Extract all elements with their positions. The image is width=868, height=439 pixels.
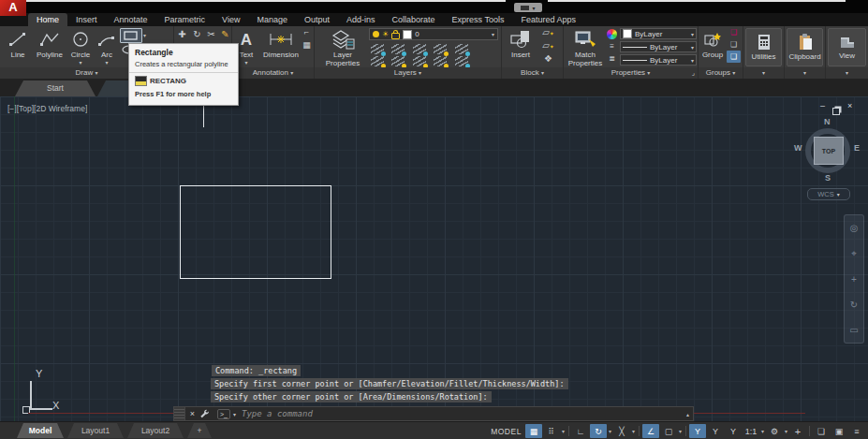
command-input-placeholder[interactable]: Type a command [242, 409, 313, 418]
rectangle-flyout-caret[interactable]: ▾ [143, 32, 146, 38]
object-snap-icon[interactable]: ▢ [660, 424, 677, 438]
layout1-tab[interactable]: Layout1 [67, 423, 124, 438]
annotation-scale-value[interactable]: 1:1 [743, 424, 759, 438]
panel-label-utilities[interactable]: ▾ [743, 67, 784, 79]
tab-add-ins[interactable]: Add-ins [338, 13, 384, 26]
layer-tool-icon[interactable] [413, 44, 426, 54]
layer-tool-icon[interactable] [455, 56, 468, 66]
arc-button[interactable]: Arc ▾ [96, 28, 118, 67]
tab-express-tools[interactable]: Express Tools [444, 13, 513, 26]
viewcube-top-face[interactable]: TOP [814, 137, 844, 165]
workspace-caret[interactable]: ▾ [784, 428, 788, 434]
edit-block-icon[interactable]: ▱✦ [541, 39, 555, 51]
tab-output[interactable]: Output [296, 13, 338, 26]
lineweight-icon[interactable]: ≡ [605, 40, 619, 52]
group-button[interactable]: Group [699, 28, 726, 59]
layer-tool-icon[interactable] [434, 44, 447, 54]
object-snap-tracking-icon[interactable]: ∠ [642, 424, 659, 438]
polyline-button[interactable]: Polyline [34, 28, 66, 59]
create-block-icon[interactable]: ▱✦ [541, 26, 555, 38]
layer-tool-icon[interactable] [434, 56, 447, 66]
group-edit-icon[interactable]: ❏ [727, 38, 741, 51]
color-wheel-icon[interactable] [607, 29, 617, 39]
workspace-gear-icon[interactable]: ⚙ [766, 424, 783, 438]
drawn-rectangle[interactable] [180, 185, 331, 279]
osnap-caret[interactable]: ▾ [678, 428, 683, 434]
tab-annotate[interactable]: Annotate [106, 13, 156, 26]
move-icon[interactable]: ✚ [175, 28, 189, 40]
layer-tool-icon[interactable] [371, 44, 384, 54]
tab-view[interactable]: View [213, 13, 248, 26]
polar-tracking-icon[interactable]: ↻ [590, 424, 607, 438]
erase-icon[interactable]: ✎ [218, 28, 232, 40]
tab-parametric[interactable]: Parametric [156, 13, 214, 26]
panel-label-annotation[interactable]: Annotation ▾ [232, 67, 314, 79]
rectangle-button[interactable] [120, 28, 142, 43]
viewcube-south[interactable]: S [825, 173, 831, 183]
annotation-visibility-icon[interactable]: Y [689, 424, 706, 438]
rotate-icon[interactable]: ↻ [190, 28, 204, 40]
panel-label-groups[interactable]: Groups ▾ [699, 67, 743, 79]
insert-block-button[interactable]: Insert [506, 28, 536, 59]
trim-icon[interactable]: ✂ [204, 28, 218, 40]
tab-home[interactable]: Home [28, 13, 67, 26]
iso-caret[interactable]: ▾ [631, 428, 636, 434]
recent-commands-caret[interactable]: ▾ [233, 411, 236, 417]
ungroup-icon[interactable]: ❏ [727, 26, 741, 38]
linetype-dropdown[interactable]: ByLayer ▾ [620, 54, 697, 66]
customization-plus-icon[interactable]: + [789, 424, 806, 438]
navigation-wheel-icon[interactable]: ◎ [850, 223, 859, 233]
hardware-acceleration-icon[interactable]: ▣ [831, 424, 847, 438]
linetype-icon[interactable]: ≣ [605, 52, 619, 65]
isometric-drafting-icon[interactable]: ╳ [613, 424, 630, 438]
dimension-button[interactable]: Dimension [260, 28, 302, 59]
close-icon[interactable]: × [847, 102, 852, 119]
orbit-icon[interactable]: ↻ [850, 300, 858, 310]
layer-select-dropdown[interactable]: ☀ 0 ▾ [369, 28, 498, 40]
ortho-toggle-icon[interactable]: ∟ [572, 424, 589, 438]
tab-manage[interactable]: Manage [248, 13, 296, 26]
layout2-tab[interactable]: Layout2 [127, 423, 184, 438]
model-space-label[interactable]: MODEL [491, 427, 522, 436]
restore-icon[interactable] [832, 102, 840, 119]
customization-menu-icon[interactable]: ≡ [848, 424, 865, 438]
lineweight-dropdown[interactable]: ByLayer ▾ [620, 41, 697, 52]
layer-tool-icon[interactable] [455, 44, 468, 54]
layer-tool-icon[interactable] [391, 56, 405, 66]
pan-icon[interactable]: ⌖ [851, 248, 857, 259]
tab-featured-apps[interactable]: Featured Apps [512, 13, 584, 26]
dialog-launcher-icon[interactable]: ⌟ [692, 67, 695, 79]
panel-label-layers[interactable]: Layers ▾ [315, 67, 501, 79]
ribbon-display-toggle-button[interactable]: ▾ [514, 3, 542, 12]
zoom-icon[interactable]: + [851, 274, 857, 285]
command-input-bar[interactable]: × >_ ▾ Type a command ▴ [173, 406, 694, 421]
viewcube-north[interactable]: N [824, 117, 831, 126]
circle-button[interactable]: Circle ▾ [67, 28, 94, 67]
view-button[interactable]: View [828, 28, 866, 66]
table-icon[interactable]: ▦ [300, 39, 314, 51]
command-history-up-icon[interactable]: ▴ [686, 411, 693, 417]
panel-label-properties[interactable]: Properties ▾⌟ [564, 67, 698, 79]
group-selection-toggle-icon[interactable]: ❏ [727, 51, 741, 63]
command-window-grip[interactable] [174, 407, 185, 420]
leader-icon[interactable]: ⌐ [300, 26, 314, 38]
autoscale-icon[interactable]: Y [707, 424, 724, 438]
panel-label-clipboard[interactable]: ▾ [785, 67, 825, 79]
tab-collaborate[interactable]: Collaborate [384, 13, 444, 26]
customize-wrench-icon[interactable] [199, 409, 213, 418]
clipboard-button[interactable]: Clipboard [787, 28, 823, 66]
match-properties-button[interactable]: Match Properties [566, 28, 605, 67]
object-color-dropdown[interactable]: ByLayer ▾ [620, 28, 697, 39]
annotation-scale-icon[interactable]: Y [725, 424, 742, 438]
utilities-button[interactable]: Utilities [745, 28, 782, 66]
layer-tool-icon[interactable] [413, 56, 426, 66]
navbar-more-icon[interactable]: ▭ [849, 325, 858, 335]
panel-label-block[interactable]: Block ▾ [502, 67, 563, 79]
tab-insert[interactable]: Insert [67, 13, 106, 26]
viewcube-west[interactable]: W [794, 143, 802, 153]
polar-caret[interactable]: ▾ [608, 428, 612, 434]
snap-toggle-icon[interactable]: ⠿ [543, 424, 560, 438]
snap-caret[interactable]: ▾ [561, 428, 566, 434]
viewcube-east[interactable]: E [854, 143, 860, 153]
viewport-controls[interactable]: [−][Top][2D Wireframe] [7, 104, 87, 113]
